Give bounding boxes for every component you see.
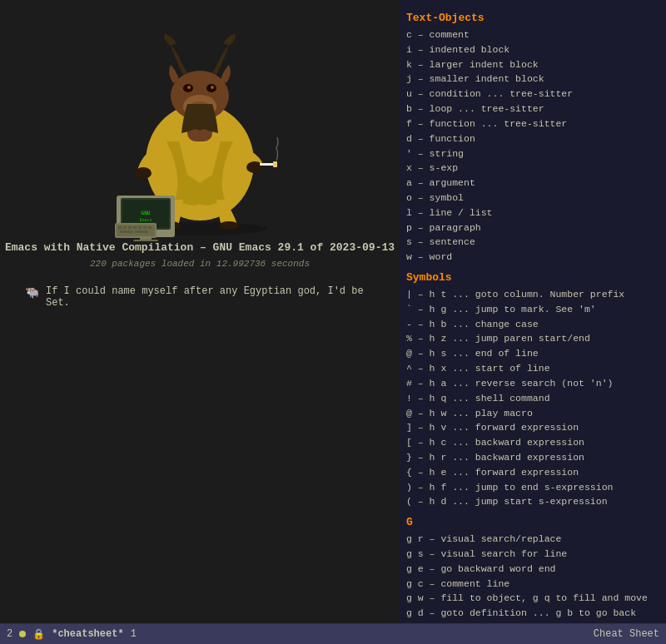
svg-rect-18 xyxy=(273,161,277,167)
cheat-item: g e – go backward word end xyxy=(406,562,659,577)
cheat-item: [ – h c ... backward expression xyxy=(406,435,659,450)
cheat-item: u – condition ... tree-sitter xyxy=(406,87,659,102)
cheat-item: g w – fill to object, g q to fill and mo… xyxy=(406,591,659,606)
cheat-item: s – sentence xyxy=(406,235,659,250)
section-title: Symbols xyxy=(406,271,659,284)
cheat-item: ` – h g ... jump to mark. See 'm' xyxy=(406,302,659,317)
svg-rect-36 xyxy=(135,230,148,233)
svg-rect-35 xyxy=(120,230,133,233)
svg-rect-32 xyxy=(138,226,142,229)
cheat-item: p – paragraph xyxy=(406,220,659,235)
svg-text:GNU: GNU xyxy=(142,210,151,215)
cheat-item: g d – goto definition ... g b to go back xyxy=(406,606,659,621)
cheat-item: % – h z ... jump paren start/end xyxy=(406,331,659,346)
svg-rect-30 xyxy=(128,226,132,229)
cheat-item: ^ – h x ... start of line xyxy=(406,361,659,376)
gnu-mascot: GNU Emacs xyxy=(83,8,316,241)
svg-rect-33 xyxy=(143,226,147,229)
cheat-item: - – h b ... change case xyxy=(406,317,659,332)
svg-point-15 xyxy=(135,167,152,179)
cheat-item: ) – h f ... jump to end s-expression xyxy=(406,480,659,495)
svg-rect-29 xyxy=(123,226,127,229)
gnu-icon: 🐃 xyxy=(25,285,39,300)
cheat-item: | – h t ... goto column. Number prefix xyxy=(406,287,659,302)
cheat-item: w – word xyxy=(406,250,659,265)
cheat-item: ! – h q ... shell command xyxy=(406,391,659,406)
cheat-item: d – function xyxy=(406,131,659,146)
cheat-item: j – smaller indent block xyxy=(406,72,659,87)
quote-text: If I could name myself after any Egyptia… xyxy=(46,285,375,309)
cheat-item: @ – h w ... play macro xyxy=(406,406,659,421)
status-lock: 🔒 xyxy=(32,628,45,641)
right-panel: Text-Objectsc – commenti – indented bloc… xyxy=(400,0,666,623)
svg-rect-31 xyxy=(133,226,137,229)
quote-line: 🐃 If I could name myself after any Egypt… xyxy=(0,285,400,309)
left-panel: GNU Emacs Emacs with Native Compilation … xyxy=(0,0,400,623)
cheat-item: @ – h s ... end of line xyxy=(406,346,659,361)
emacs-title: Emacs with Native Compilation – GNU Emac… xyxy=(5,241,395,254)
cheat-item: o – symbol xyxy=(406,191,659,206)
svg-point-4 xyxy=(219,221,239,230)
cheat-item: g c – comment line xyxy=(406,577,659,592)
cheat-item: { – h e ... forward expression xyxy=(406,465,659,480)
status-number: 2 xyxy=(7,628,12,640)
cheat-item: ] – h v ... forward expression xyxy=(406,420,659,435)
cheat-item: b – loop ... tree-sitter xyxy=(406,102,659,116)
section-title: Text-Objects xyxy=(406,12,659,24)
cheat-item: # – h a ... reverse search (not 'n') xyxy=(406,376,659,391)
cheat-item: c – comment xyxy=(406,27,659,42)
svg-point-13 xyxy=(187,86,191,89)
cheat-item: g s – visual search for line xyxy=(406,547,659,562)
status-bar: 2 🔒 *cheatsheet* 1 Cheat Sheet xyxy=(0,624,666,644)
section-title: G xyxy=(406,516,659,528)
cheat-item: l – line / list xyxy=(406,206,659,220)
cheat-item: i – indented block xyxy=(406,42,659,57)
cheat-item: g r – visual search/replace xyxy=(406,532,659,547)
cheat-item: k – larger indent block xyxy=(406,57,659,72)
svg-rect-28 xyxy=(118,226,122,229)
svg-rect-34 xyxy=(148,226,152,229)
status-dot xyxy=(19,631,26,637)
cheat-item: f – function ... tree-sitter xyxy=(406,116,659,131)
svg-text:Emacs: Emacs xyxy=(139,217,152,222)
packages-info: 220 packages loaded in 12.992736 seconds xyxy=(90,259,310,269)
cheat-item: x – s-exp xyxy=(406,161,659,176)
cheat-item: ' – string xyxy=(406,146,659,161)
status-filenum: 1 xyxy=(131,628,137,640)
status-right-label: Cheat Sheet xyxy=(594,628,659,640)
cheat-item: a – argument xyxy=(406,176,659,191)
cheat-item: ( – h d ... jump start s-expression xyxy=(406,494,659,509)
svg-point-14 xyxy=(211,86,214,89)
cheat-item: } – h r ... backward expression xyxy=(406,450,659,465)
status-filename: *cheatsheet* xyxy=(52,628,123,640)
